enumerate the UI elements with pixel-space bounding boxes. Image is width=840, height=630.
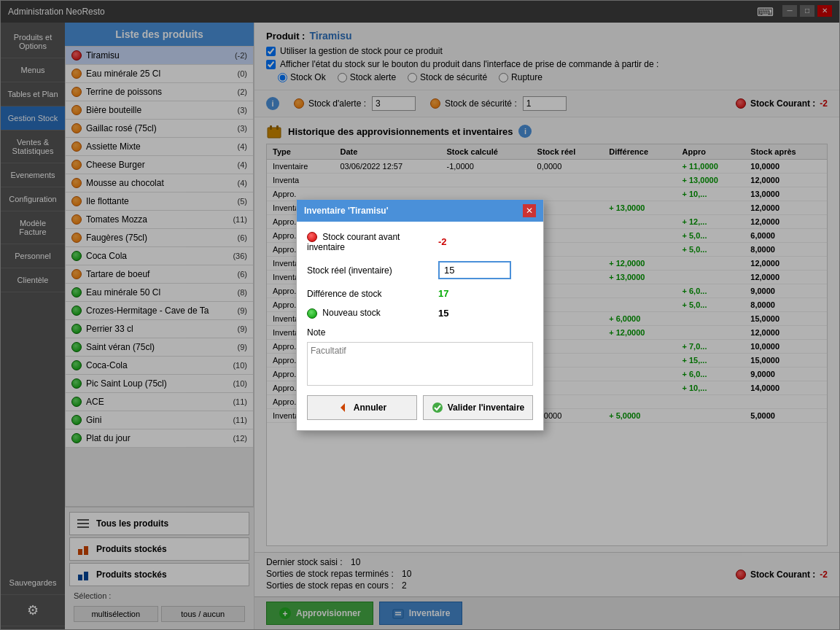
modal-actions: Annuler Valider l'inventaire [307, 395, 533, 420]
modal-title: Inventaire 'Tiramisu' [304, 206, 389, 216]
modal-stock-avant-value: -2 [438, 236, 447, 247]
modal-note-textarea[interactable] [307, 342, 533, 386]
modal-body: Stock courant avant inventaire -2 Stock … [297, 222, 543, 431]
modal-stock-avant-label: Stock courant avant inventaire [307, 232, 438, 253]
inventaire-modal: Inventaire 'Tiramisu' ✕ Stock courant av… [296, 199, 544, 432]
modal-annuler-button[interactable]: Annuler [307, 395, 417, 420]
modal-stock-avant-row: Stock courant avant inventaire -2 [307, 232, 533, 253]
modal-valider-button[interactable]: Valider l'inventaire [423, 395, 533, 420]
modal-nouveau-label: Nouveau stock [307, 308, 438, 319]
svg-point-16 [432, 402, 443, 413]
green-dot-modal [307, 308, 317, 319]
arrow-left-icon [338, 402, 349, 413]
modal-titlebar: Inventaire 'Tiramisu' ✕ [297, 200, 543, 222]
modal-note-label: Note [307, 327, 533, 338]
svg-marker-15 [341, 403, 345, 412]
modal-stock-reel-row: Stock réel (inventaire) [307, 261, 533, 279]
modal-stock-reel-label: Stock réel (inventaire) [307, 265, 438, 276]
modal-stock-reel-input[interactable] [438, 261, 511, 279]
red-dot-modal [307, 232, 317, 242]
modal-nouveau-value: 15 [438, 308, 448, 319]
checkmark-icon [432, 402, 443, 413]
modal-diff-value: 17 [438, 288, 448, 299]
modal-nouveau-row: Nouveau stock 15 [307, 308, 533, 319]
modal-close-button[interactable]: ✕ [523, 204, 536, 217]
modal-diff-label: Différence de stock [307, 289, 438, 299]
modal-overlay: Inventaire 'Tiramisu' ✕ Stock courant av… [0, 0, 840, 630]
modal-diff-row: Différence de stock 17 [307, 288, 533, 299]
